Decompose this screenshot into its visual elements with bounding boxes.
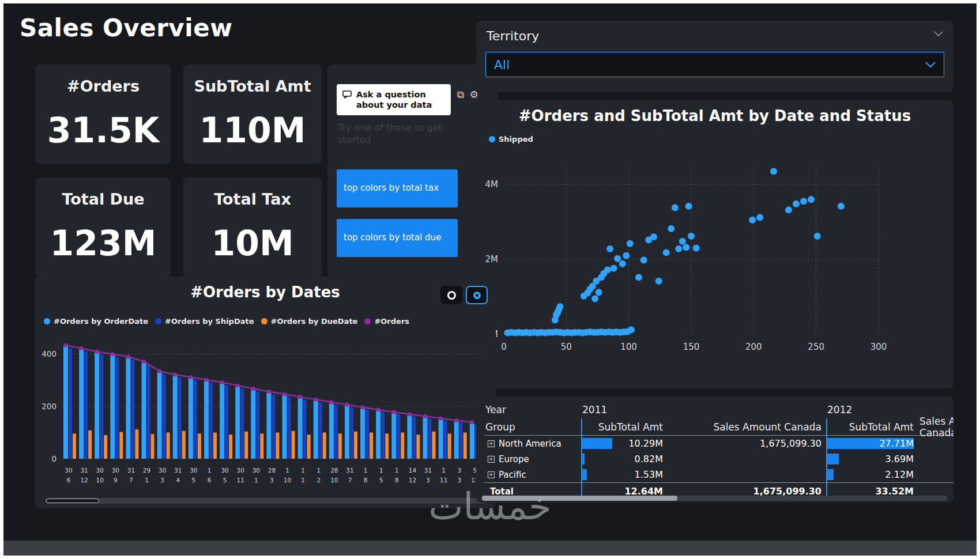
territory-dropdown[interactable]: All	[485, 52, 944, 77]
matrix-value-cell	[668, 451, 826, 467]
chevron-down-icon	[925, 62, 936, 67]
qna-suggestion-due-button[interactable]: top colors by total due	[337, 219, 458, 257]
matrix-year-header: Year	[484, 401, 581, 418]
kpi-value: 123M	[50, 223, 157, 263]
matrix-table: Year20112012GroupSubTotal AmtSales Amoun…	[484, 401, 953, 500]
svg-text:200: 200	[42, 402, 56, 411]
matrix-value-cell: 3.69M	[826, 451, 918, 467]
svg-text:30: 30	[190, 467, 197, 474]
qna-visual: Ask a question about your data ⧉ ⚙ Try o…	[327, 65, 498, 278]
kpi-value: 110M	[199, 110, 306, 150]
qna-prompt-box[interactable]: Ask a question about your data	[337, 84, 451, 115]
kpi-card-subtotal: SubTotal Amt 110M	[183, 65, 322, 164]
qna-prompt-text: Ask a question about your data	[356, 89, 445, 110]
svg-text:300: 300	[870, 342, 887, 352]
matrix-year-label: 2011	[581, 401, 826, 418]
svg-text:30: 30	[65, 467, 72, 474]
scatter-plot[interactable]: 0M2M4M050100150200250300	[476, 100, 953, 388]
kpi-value: 10M	[211, 223, 293, 263]
svg-text:5: 5	[223, 477, 227, 484]
svg-text:30: 30	[159, 467, 166, 474]
svg-text:0: 0	[501, 342, 507, 352]
expand-icon[interactable]: +	[488, 471, 495, 478]
orders-by-dates-card: #Orders by Dates #Orders by OrderDate #O…	[35, 277, 496, 508]
svg-text:28: 28	[330, 467, 338, 474]
chevron-down-icon[interactable]	[934, 31, 943, 36]
svg-text:3: 3	[270, 477, 274, 484]
svg-text:31: 31	[127, 467, 135, 474]
related-visuals-icon[interactable]: ⧉	[457, 89, 464, 100]
expand-icon[interactable]: +	[488, 440, 495, 447]
matrix-value-cell: 1.53M	[581, 467, 668, 482]
svg-text:31: 31	[80, 467, 88, 474]
matrix-visual: Year20112012GroupSubTotal AmtSales Amoun…	[476, 396, 953, 503]
scatter-chart-card: #Orders and SubTotal Amt by Date and Sta…	[476, 100, 953, 388]
svg-text:6: 6	[67, 477, 71, 484]
matrix-group-header: Group	[484, 418, 581, 436]
svg-text:4M: 4M	[485, 179, 499, 190]
matrix-row-group: +North America	[484, 436, 581, 451]
svg-text:7: 7	[129, 477, 133, 484]
combo-scrollbar-thumb[interactable]	[46, 498, 99, 503]
report-canvas: Sales Overview #Orders 31.5K SubTotal Am…	[0, 0, 980, 559]
svg-text:11: 11	[440, 477, 447, 484]
matrix-value-cell	[918, 451, 953, 467]
svg-text:1: 1	[316, 467, 321, 474]
kpi-card-total-due: Total Due 123M	[36, 177, 171, 278]
expand-icon[interactable]: +	[488, 456, 495, 463]
data-bar	[827, 454, 839, 464]
svg-text:1: 1	[208, 467, 212, 474]
page-title: Sales Overview	[20, 14, 232, 42]
matrix-value-cell: 10.29M	[581, 436, 668, 451]
page-bottom-bar	[3, 541, 977, 556]
svg-text:0: 0	[51, 454, 56, 463]
svg-text:250: 250	[808, 342, 824, 352]
svg-text:1: 1	[395, 467, 399, 474]
svg-text:150: 150	[683, 342, 700, 352]
svg-text:12: 12	[80, 477, 88, 484]
svg-text:12: 12	[409, 477, 416, 484]
svg-text:10: 10	[284, 477, 291, 484]
matrix-col-header: SubTotal Amt	[826, 418, 918, 436]
combo-horizontal-scrollbar[interactable]	[45, 498, 485, 504]
svg-text:11: 11	[237, 477, 244, 484]
data-bar	[582, 438, 612, 449]
svg-text:5: 5	[379, 477, 383, 484]
svg-text:100: 100	[620, 342, 637, 352]
speech-bubble-icon	[342, 90, 352, 99]
svg-text:200: 200	[745, 342, 762, 352]
territory-slicer: Territory All	[476, 21, 953, 92]
svg-text:9: 9	[114, 477, 118, 484]
matrix-row-group: +Europe	[484, 451, 581, 467]
data-bar	[582, 454, 585, 464]
svg-text:30: 30	[96, 467, 104, 474]
matrix-value-cell	[918, 436, 953, 451]
svg-text:30: 30	[221, 467, 228, 474]
svg-text:1: 1	[301, 477, 305, 484]
slicer-title: Territory	[487, 29, 539, 43]
svg-text:1: 1	[364, 467, 368, 474]
svg-text:1: 1	[442, 467, 446, 474]
qna-suggestion-tax-button[interactable]: top colors by total tax	[337, 169, 458, 207]
combo-plot[interactable]: 0200400306311230103093172913033143051630…	[35, 277, 496, 508]
svg-text:1: 1	[379, 467, 383, 474]
svg-text:8: 8	[364, 477, 368, 484]
svg-text:1: 1	[301, 467, 305, 474]
dropdown-selected-value: All	[494, 58, 510, 72]
svg-text:31: 31	[424, 467, 432, 474]
svg-text:2: 2	[316, 477, 321, 484]
svg-text:8: 8	[395, 477, 399, 484]
matrix-col-header: Sales Amount Canada	[918, 418, 953, 436]
matrix-value-cell	[668, 467, 826, 482]
kpi-label: SubTotal Amt	[194, 77, 311, 95]
svg-text:28: 28	[268, 467, 276, 474]
svg-text:5: 5	[192, 477, 196, 484]
svg-text:3: 3	[457, 477, 461, 484]
svg-text:4: 4	[176, 477, 180, 484]
matrix-column-separator	[581, 418, 582, 500]
svg-text:10: 10	[330, 477, 338, 484]
matrix-value-cell	[918, 467, 953, 482]
svg-text:3: 3	[160, 477, 164, 484]
svg-text:7: 7	[348, 477, 352, 484]
kpi-value: 31.5K	[47, 110, 160, 150]
